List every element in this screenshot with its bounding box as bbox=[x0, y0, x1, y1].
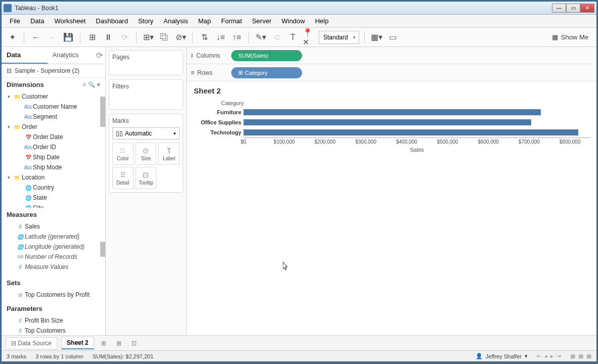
save-button[interactable]: 💾 bbox=[62, 31, 75, 44]
detail-card[interactable]: ⠿Detail bbox=[112, 167, 134, 189]
field-state[interactable]: 🌐State bbox=[2, 193, 105, 203]
menu-data[interactable]: Data bbox=[26, 16, 48, 26]
sort-asc-button[interactable]: ↓≡ bbox=[214, 31, 227, 44]
folder-location[interactable]: ▾📁Location bbox=[2, 172, 105, 183]
sheet2-tab[interactable]: Sheet 2 bbox=[61, 337, 94, 349]
bar[interactable] bbox=[244, 129, 578, 135]
back-button[interactable]: ← bbox=[29, 31, 42, 44]
highlight-button[interactable]: ✎▾ bbox=[254, 31, 267, 44]
last-sheet-icon[interactable]: ⇥ bbox=[557, 353, 561, 359]
view-cards-button[interactable]: ▦▾ bbox=[370, 31, 383, 44]
menu-worksheet[interactable]: Worksheet bbox=[50, 16, 90, 26]
field-order-id[interactable]: AbcOrder ID bbox=[2, 142, 105, 152]
field-measure-values[interactable]: #Measure Values bbox=[2, 262, 105, 272]
new-worksheet-icon[interactable]: ⊞ bbox=[98, 338, 109, 349]
show-labels-button[interactable]: T bbox=[286, 31, 300, 44]
duplicate-button[interactable]: ⿻ bbox=[158, 31, 171, 44]
sheet-title[interactable]: Sheet 2 bbox=[187, 81, 596, 100]
new-dashboard-icon[interactable]: ⊞ bbox=[113, 338, 124, 349]
param-profit-bin-size[interactable]: #Profit Bin Size bbox=[2, 315, 105, 326]
field-number-of-records[interactable]: =#Number of Records bbox=[2, 252, 105, 262]
refresh-datapane-icon[interactable]: ⟳ bbox=[93, 47, 105, 64]
search-icon[interactable]: 🔍 bbox=[88, 81, 95, 88]
measures-label: Measures bbox=[7, 211, 37, 218]
new-story-icon[interactable]: ⊡ bbox=[129, 338, 140, 349]
field-longitude[interactable]: 🌐Longitude (generated) bbox=[2, 242, 105, 252]
next-sheet-icon[interactable]: ▸ bbox=[550, 353, 553, 359]
tab-analytics[interactable]: Analytics bbox=[48, 47, 94, 64]
menu-server[interactable]: Server bbox=[248, 16, 275, 26]
field-order-date[interactable]: 📅Order Date bbox=[2, 132, 105, 142]
show-sheets-icon[interactable]: ▦ bbox=[586, 353, 591, 359]
new-datasource-button[interactable]: ⊞ bbox=[86, 31, 99, 44]
menu-story[interactable]: Story bbox=[134, 16, 157, 26]
x-tick: $100,000 bbox=[274, 139, 295, 145]
columns-pill-sum-sales[interactable]: SUM(Sales) bbox=[231, 50, 302, 61]
tab-data[interactable]: Data bbox=[2, 47, 48, 64]
menu-window[interactable]: Window bbox=[277, 16, 309, 26]
fit-dropdown[interactable]: Standard bbox=[319, 31, 359, 44]
menu-analysis[interactable]: Analysis bbox=[159, 16, 192, 26]
field-city[interactable]: 🌐City bbox=[2, 203, 105, 208]
datasource-row[interactable]: ⊟ Sample - Superstore (2) bbox=[2, 64, 105, 78]
show-me-button[interactable]: ▦ Show Me bbox=[548, 31, 592, 43]
pages-shelf[interactable]: Pages bbox=[109, 50, 183, 75]
field-segment[interactable]: AbcSegment bbox=[2, 112, 105, 122]
bar-chart[interactable]: CategoryFurnitureOffice SuppliesTechnolo… bbox=[193, 100, 590, 153]
scrollbar-thumb[interactable] bbox=[100, 97, 105, 127]
label-card[interactable]: TLabel bbox=[158, 143, 180, 165]
field-ship-date[interactable]: 📅Ship Date bbox=[2, 152, 105, 162]
color-card[interactable]: ∷Color bbox=[112, 143, 134, 165]
status-bar: 3 marks 3 rows by 1 column SUM(Sales): $… bbox=[2, 350, 596, 361]
bar-row: Furniture bbox=[193, 107, 590, 117]
first-sheet-icon[interactable]: ⇤ bbox=[537, 353, 541, 359]
detail-icon: ⠿ bbox=[120, 171, 125, 179]
user-menu[interactable]: 👤Jeffrey Shaffer▾ bbox=[476, 353, 528, 359]
show-filmstrip-icon[interactable]: ▦ bbox=[578, 353, 583, 359]
tableau-icon[interactable]: ✦ bbox=[6, 31, 19, 44]
menu-map[interactable]: Map bbox=[194, 16, 215, 26]
view-list-icon[interactable]: ≡ bbox=[83, 81, 86, 88]
menu-dashboard[interactable]: Dashboard bbox=[92, 16, 132, 26]
group-button[interactable]: ⊂ bbox=[270, 31, 283, 44]
menu-file[interactable]: File bbox=[6, 16, 24, 26]
tooltip-card[interactable]: ⊡Tooltip bbox=[136, 167, 157, 189]
columns-shelf-row[interactable]: ⦀Columns SUM(Sales) bbox=[187, 47, 596, 64]
folder-order[interactable]: ▾📁Order bbox=[2, 122, 105, 132]
fix-axes-button[interactable]: 📍✕ bbox=[303, 31, 316, 44]
bar[interactable] bbox=[244, 109, 541, 115]
show-tabs-icon[interactable]: ▦ bbox=[570, 353, 575, 359]
swap-button[interactable]: ⇅ bbox=[198, 31, 211, 44]
field-ship-mode[interactable]: AbcShip Mode bbox=[2, 162, 105, 172]
forward-button[interactable]: → bbox=[46, 31, 59, 44]
menu-format[interactable]: Format bbox=[217, 16, 246, 26]
mark-type-dropdown[interactable]: ▯▯ Automatic bbox=[112, 127, 180, 140]
prev-sheet-icon[interactable]: ◂ bbox=[544, 353, 547, 359]
minimize-button[interactable]: — bbox=[552, 4, 566, 13]
field-customer-name[interactable]: AbcCustomer Name bbox=[2, 102, 105, 112]
folder-customer[interactable]: ▾📁Customer bbox=[2, 92, 105, 102]
field-latitude[interactable]: 🌐Latitude (generated) bbox=[2, 232, 105, 242]
menu-help[interactable]: Help bbox=[311, 16, 333, 26]
sets-header: Sets bbox=[2, 276, 105, 290]
rows-pill-category[interactable]: ⊞Category bbox=[231, 67, 302, 78]
field-sales[interactable]: #Sales bbox=[2, 221, 105, 232]
pause-auto-updates-button[interactable]: ⏸ bbox=[102, 31, 115, 44]
close-button[interactable]: ✕ bbox=[580, 4, 594, 13]
bar[interactable] bbox=[244, 119, 531, 125]
new-worksheet-button[interactable]: ⊞▾ bbox=[142, 31, 155, 44]
dropdown-icon[interactable]: ▾ bbox=[97, 81, 100, 88]
refresh-button[interactable]: ⟳ bbox=[118, 31, 131, 44]
rows-shelf-row[interactable]: ≡Rows ⊞Category bbox=[187, 64, 596, 81]
presentation-mode-button[interactable]: ▭ bbox=[386, 31, 399, 44]
param-top-customers[interactable]: #Top Customers bbox=[2, 326, 105, 335]
field-country[interactable]: 🌐Country bbox=[2, 183, 105, 193]
clear-sheet-button[interactable]: ⊘▾ bbox=[174, 31, 187, 44]
filters-shelf[interactable]: Filters bbox=[109, 79, 183, 110]
datasource-tab[interactable]: ⊟ Data Source bbox=[6, 337, 57, 349]
sort-desc-button[interactable]: ↑≡ bbox=[230, 31, 243, 44]
scrollbar-thumb[interactable] bbox=[100, 242, 105, 257]
maximize-button[interactable]: ▭ bbox=[566, 4, 580, 13]
size-card[interactable]: ⊙Size bbox=[136, 143, 157, 165]
set-top-customers-by-profit[interactable]: ⊘Top Customers by Profit bbox=[2, 290, 105, 300]
